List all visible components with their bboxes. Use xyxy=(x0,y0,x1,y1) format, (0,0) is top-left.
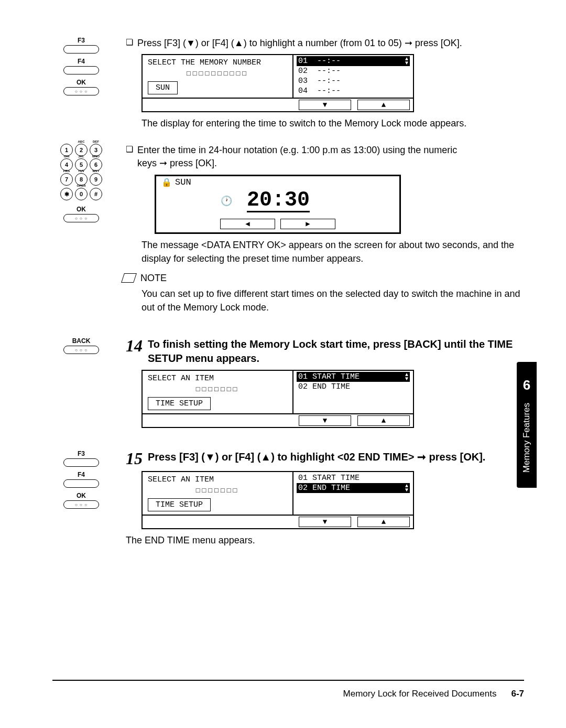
chapter-tab: 6 Memory Features xyxy=(517,362,537,488)
page-footer: Memory Lock for Received Documents 6-7 xyxy=(343,689,524,699)
lcdB-left-button: ◀ xyxy=(220,219,275,229)
f3-key-2[interactable]: F3 xyxy=(63,450,99,467)
step-14-number: 14 xyxy=(126,337,143,354)
lcdB-right-button: ▶ xyxy=(280,219,335,229)
f3-label: F3 xyxy=(63,37,99,44)
lcdD-item-1: 02 END TIME▲▼ xyxy=(297,483,410,493)
lcdA-title: SELECT THE MEMORY NUMBER xyxy=(148,58,287,67)
ok-label: OK xyxy=(63,79,99,86)
footer-divider xyxy=(52,680,524,681)
page-number: 6-7 xyxy=(511,689,524,699)
lcdD-title: SELECT AN ITEM xyxy=(148,475,287,484)
lcdA-item-2: 03 --:-- xyxy=(297,76,410,86)
step-15-number: 15 xyxy=(126,450,143,467)
lcd-time-setup-1: SELECT AN ITEM □□□□□□□ TIME SETUP 01 STA… xyxy=(142,370,414,428)
lcdC-title: SELECT AN ITEM xyxy=(148,374,287,383)
back-key[interactable]: BACK xyxy=(63,337,99,354)
lcdD-down-button: ▼ xyxy=(299,517,351,527)
chapter-title: Memory Features xyxy=(521,403,532,473)
f4-key-2[interactable]: F4 xyxy=(63,471,99,488)
lcdC-dots: □□□□□□□ xyxy=(148,386,287,393)
step-15-text: Press [F3] (▼) or [F4] (▲) to highlight … xyxy=(148,450,485,464)
lcdC-up-button: ▲ xyxy=(357,415,410,426)
lcd-time-entry: 🔒 SUN 🕐 20:30 ◀ ▶ xyxy=(155,175,401,234)
lcdC-down-button: ▼ xyxy=(299,415,351,426)
lcdD-dots: □□□□□□□ xyxy=(148,487,287,495)
desc-a: The display for entering the time to swi… xyxy=(142,116,524,130)
key-0[interactable]: OPER0 xyxy=(75,188,88,200)
bullet-2-text: Enter the time in 24-hour notation (e.g.… xyxy=(137,144,457,170)
key-9[interactable]: WXY9 xyxy=(90,173,102,186)
f3-key[interactable]: F3 xyxy=(63,37,99,53)
f4-label: F4 xyxy=(63,58,99,65)
desc-b: The message <DATA ENTRY OK> appears on t… xyxy=(142,238,524,265)
lcdC-box: TIME SETUP xyxy=(148,397,211,410)
note-heading: NOTE xyxy=(123,273,524,284)
f3-label-2: F3 xyxy=(63,450,99,457)
lcdA-box: SUN xyxy=(148,81,178,94)
desc-d: The END TIME menu appears. xyxy=(126,533,524,547)
ok-pill xyxy=(63,87,99,95)
ok-key[interactable]: OK xyxy=(63,79,99,95)
numeric-keypad[interactable]: 1 ABC2 DEF3 GHI4 JKL5 MNO6 PRS7 TUV8 WXY… xyxy=(55,144,107,200)
note-text: You can set up to five different start t… xyxy=(142,287,524,314)
lcd-time-setup-2: SELECT AN ITEM □□□□□□□ TIME SETUP 01 STA… xyxy=(142,471,414,529)
lcdC-list: 01 START TIME▲▼ 02 END TIME xyxy=(292,371,413,413)
bullet-1: ❏ Press [F3] (▼) or [F4] (▲) to highligh… xyxy=(126,37,524,50)
ok-pill-3 xyxy=(63,500,99,509)
clock-icon: 🕐 xyxy=(221,195,232,207)
key-7[interactable]: PRS7 xyxy=(60,173,73,186)
ok-key-3[interactable]: OK xyxy=(63,492,99,509)
lcdC-item-0: 01 START TIME▲▼ xyxy=(297,372,410,382)
lcdD-list: 01 START TIME 02 END TIME▲▼ xyxy=(292,472,413,515)
f3-pill-2 xyxy=(63,458,99,467)
ok-label-2: OK xyxy=(63,206,99,213)
lcdA-item-0: 01 --:--▲▼ xyxy=(297,56,410,66)
bullet-1-text: Press [F3] (▼) or [F4] (▲) to highlight … xyxy=(137,37,462,50)
ok-pill-2 xyxy=(63,214,99,222)
f3-pill xyxy=(63,45,99,53)
lock-icon: 🔒 xyxy=(161,177,172,188)
note-icon xyxy=(121,273,137,283)
footer-text: Memory Lock for Received Documents xyxy=(343,689,497,699)
key-star[interactable]: ✱ xyxy=(60,188,73,200)
lcdB-title: SUN xyxy=(175,177,191,187)
f4-label-2: F4 xyxy=(63,471,99,478)
chapter-number: 6 xyxy=(523,377,530,393)
lcdC-item-1: 02 END TIME xyxy=(297,382,410,392)
lcdA-dots: □□□□□□□□□□ xyxy=(148,70,287,78)
f4-pill xyxy=(63,66,99,74)
lcdA-item-3: 04 --:-- xyxy=(297,86,410,96)
lcdD-box: TIME SETUP xyxy=(148,498,211,511)
back-pill xyxy=(63,346,99,354)
key-hash[interactable]: # xyxy=(90,188,102,200)
lcdB-time: 20:30 xyxy=(247,190,310,212)
ok-label-3: OK xyxy=(63,492,99,499)
lcdA-list: 01 --:--▲▼ 02 --:-- 03 --:-- 04 --:-- xyxy=(292,55,413,98)
f4-key[interactable]: F4 xyxy=(63,58,99,74)
lcdA-up-button: ▲ xyxy=(357,100,410,110)
note-label: NOTE xyxy=(140,273,167,284)
back-label: BACK xyxy=(63,337,99,345)
bullet-2: ❏ Enter the time in 24-hour notation (e.… xyxy=(126,144,524,170)
lcd-memory-number: SELECT THE MEMORY NUMBER □□□□□□□□□□ SUN … xyxy=(142,54,414,112)
step-14-text: To finish setting the Memory Lock start … xyxy=(148,337,524,366)
lcdA-down-button: ▼ xyxy=(299,100,351,110)
bullet-square-icon: ❏ xyxy=(126,37,133,50)
lcdD-up-button: ▲ xyxy=(357,517,410,527)
lcdA-item-1: 02 --:-- xyxy=(297,66,410,76)
bullet-square-icon-2: ❏ xyxy=(126,144,133,170)
f4-pill-2 xyxy=(63,479,99,488)
ok-key-2[interactable]: OK xyxy=(63,206,99,222)
lcdD-item-0: 01 START TIME xyxy=(297,473,410,483)
